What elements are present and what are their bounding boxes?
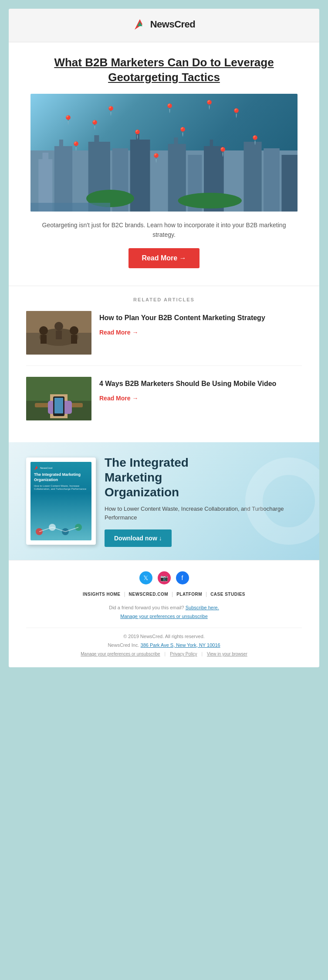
footer-manage-text: Manage your preferences or unsubscribe bbox=[26, 612, 302, 621]
footer-address-link[interactable]: 386 Park Ave S, New York, NY 10016 bbox=[141, 642, 220, 648]
svg-rect-35 bbox=[71, 335, 77, 344]
footer-nav-platform[interactable]: PLATFORM bbox=[176, 592, 202, 597]
footer-address: NewsCred Inc. 386 Park Ave S, New York, … bbox=[26, 641, 302, 650]
pin-10: 📍 bbox=[217, 147, 228, 157]
article-read-more-2[interactable]: Read More → bbox=[99, 395, 138, 402]
article-item-2: 4 Ways B2B Marketers Should Be Using Mob… bbox=[26, 377, 302, 431]
cta-section: NewsCred The Integrated Marketing Organi… bbox=[9, 442, 319, 560]
svg-rect-5 bbox=[42, 153, 48, 168]
article-content-1: How to Plan Your B2B Content Marketing S… bbox=[99, 311, 302, 336]
svg-point-32 bbox=[54, 322, 63, 331]
cta-book-cover: NewsCred The Integrated Marketing Organi… bbox=[26, 458, 96, 545]
article-title-1: How to Plan Your B2B Content Marketing S… bbox=[99, 313, 302, 323]
cta-book-subtitle-text: How to Lower Content Waste, Increase Col… bbox=[34, 485, 88, 492]
book-illustration bbox=[30, 516, 91, 538]
related-section: RELATED ARTICLES bbox=[9, 286, 319, 442]
article-content-2: 4 Ways B2B Marketers Should Be Using Mob… bbox=[99, 377, 302, 402]
hero-section: What B2B Marketers Can Do to Leverage Ge… bbox=[9, 42, 319, 286]
city-skyline-svg bbox=[30, 116, 298, 212]
cta-book-inner: NewsCred The Integrated Marketing Organi… bbox=[30, 462, 91, 540]
footer-section: 𝕏 📷 f INSIGHTS HOME | NEWSCRED.COM | PLA… bbox=[9, 560, 319, 667]
footer-nav-newscred[interactable]: NEWSCRED.COM bbox=[129, 592, 168, 597]
svg-rect-7 bbox=[59, 140, 63, 148]
book-logo-icon bbox=[34, 465, 39, 471]
svg-rect-19 bbox=[210, 140, 213, 147]
related-label: RELATED ARTICLES bbox=[26, 297, 302, 302]
article-thumb-svg-2 bbox=[26, 377, 91, 420]
footer-browser-link[interactable]: View in your browser bbox=[207, 652, 247, 656]
svg-point-30 bbox=[39, 326, 48, 335]
social-icons: 𝕏 📷 f bbox=[26, 571, 302, 584]
email-wrapper: NewsCred What B2B Marketers Can Do to Le… bbox=[9, 9, 319, 667]
pin-9: 📍 bbox=[71, 141, 81, 151]
hero-title: What B2B Marketers Can Do to Leverage Ge… bbox=[30, 55, 298, 85]
svg-rect-23 bbox=[281, 155, 298, 212]
svg-rect-33 bbox=[56, 331, 62, 339]
footer-privacy-link[interactable]: Privacy Policy bbox=[170, 652, 197, 656]
pin-5: 📍 bbox=[231, 108, 242, 118]
footer-forward-text: Did a friend forward you this email? Sub… bbox=[26, 604, 302, 612]
svg-rect-16 bbox=[174, 137, 178, 145]
article-read-more-1[interactable]: Read More → bbox=[99, 329, 138, 336]
email-header: NewsCred bbox=[9, 9, 319, 42]
pin-1: 📍 bbox=[63, 115, 74, 125]
footer-nav-case-studies[interactable]: CASE STUDIES bbox=[210, 592, 245, 597]
footer-bottom-links: Manage your preferences or unsubscribe |… bbox=[26, 652, 302, 656]
article-thumb-1 bbox=[26, 311, 91, 355]
svg-point-34 bbox=[70, 326, 78, 335]
facebook-icon[interactable]: f bbox=[176, 571, 189, 584]
instagram-icon[interactable]: 📷 bbox=[158, 571, 171, 584]
subscribe-link[interactable]: Subscribe here. bbox=[186, 605, 219, 610]
svg-rect-26 bbox=[30, 203, 110, 212]
svg-point-25 bbox=[178, 193, 242, 208]
footer-nav-sep-1: | bbox=[124, 591, 125, 597]
cta-book-logo: NewsCred bbox=[34, 465, 88, 471]
article-item-1: How to Plan Your B2B Content Marketing S… bbox=[26, 311, 302, 366]
pin-8: 📍 bbox=[89, 120, 100, 130]
newscred-logo-icon bbox=[133, 17, 147, 31]
footer-sep-b2: | bbox=[201, 652, 203, 656]
svg-rect-42 bbox=[54, 398, 63, 413]
pin-11: 📍 bbox=[151, 153, 162, 163]
svg-rect-31 bbox=[41, 335, 47, 344]
pin-12: 📍 bbox=[250, 135, 260, 145]
svg-marker-43 bbox=[34, 466, 38, 470]
svg-rect-21 bbox=[243, 142, 261, 212]
article-title-2: 4 Ways B2B Marketers Should Be Using Mob… bbox=[99, 379, 302, 389]
manage-preferences-link[interactable]: Manage your preferences or unsubscribe bbox=[120, 614, 208, 619]
pin-7: 📍 bbox=[177, 126, 188, 137]
footer-nav-sep-2: | bbox=[172, 591, 173, 597]
logo-text: NewsCred bbox=[150, 19, 196, 30]
pin-3: 📍 bbox=[164, 103, 175, 113]
footer-nav: INSIGHTS HOME | NEWSCRED.COM | PLATFORM … bbox=[26, 591, 302, 597]
footer-copyright: © 2019 NewsCred. All rights reserved. bbox=[26, 632, 302, 641]
logo: NewsCred bbox=[133, 17, 196, 31]
svg-rect-6 bbox=[54, 146, 72, 212]
hero-description: Geotargeting isn't just for B2C brands. … bbox=[30, 220, 298, 240]
footer-manage-link2[interactable]: Manage your preferences or unsubscribe bbox=[81, 652, 160, 656]
hero-read-more-button[interactable]: Read More → bbox=[128, 248, 199, 268]
article-thumb-svg-1 bbox=[26, 311, 91, 355]
article-thumb-2 bbox=[26, 377, 91, 420]
footer-nav-sep-3: | bbox=[206, 591, 207, 597]
footer-bottom: © 2019 NewsCred. All rights reserved. Ne… bbox=[26, 628, 302, 657]
pin-4: 📍 bbox=[204, 99, 215, 110]
svg-rect-22 bbox=[264, 148, 280, 212]
hero-image: 📍 📍 📍 📍 📍 📍 📍 📍 📍 📍 📍 📍 bbox=[30, 94, 298, 212]
pin-2: 📍 bbox=[105, 106, 116, 116]
twitter-icon[interactable]: 𝕏 bbox=[139, 571, 152, 584]
footer-nav-insights[interactable]: INSIGHTS HOME bbox=[83, 592, 121, 597]
footer-sep-b1: | bbox=[165, 652, 166, 656]
cta-book-title-text: The Integrated Marketing Organization bbox=[34, 472, 88, 482]
pin-6: 📍 bbox=[132, 129, 143, 140]
svg-rect-10 bbox=[94, 135, 99, 143]
download-button[interactable]: Download now ↓ bbox=[105, 529, 172, 547]
